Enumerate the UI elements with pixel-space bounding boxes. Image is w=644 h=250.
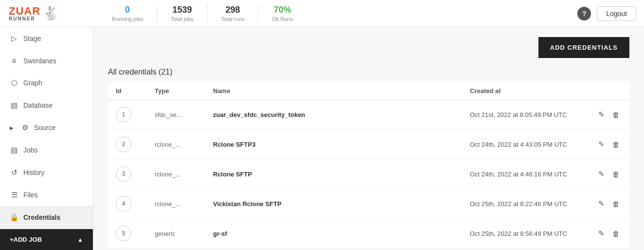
credentials-table-header: Id Type Name Created at	[108, 82, 629, 100]
jobs-icon: ▤	[10, 146, 18, 154]
sidebar-item-graph-label: Graph	[23, 79, 42, 87]
id-badge-4: 4	[116, 196, 131, 212]
cell-id-1: 1	[108, 100, 147, 130]
help-button[interactable]: ?	[577, 7, 591, 20]
cell-name-2: Rclone SFTP3	[205, 130, 462, 159]
topbar-actions: ? Logout	[577, 6, 644, 21]
id-badge-3: 3	[116, 166, 131, 182]
cell-id-2: 2	[108, 130, 147, 159]
cell-id-5: 5	[108, 219, 147, 249]
delete-button-4[interactable]: 🗑	[610, 199, 622, 209]
stat-total-jobs-label: Total jobs	[171, 16, 193, 22]
cell-type-2: rclone_...	[147, 130, 205, 159]
cell-name-3: Rclone SFTP	[205, 159, 462, 189]
delete-button-3[interactable]: 🗑	[610, 169, 622, 179]
sidebar-item-files[interactable]: ☰ Files	[0, 184, 93, 206]
edit-button-1[interactable]: ✎	[596, 109, 607, 120]
sidebar-item-credentials[interactable]: 🔒 Credentials	[0, 206, 93, 229]
add-credentials-button[interactable]: ADD CREDENTIALS	[538, 37, 629, 58]
credentials-table: Id Type Name Created at 1 sfdc_se... zua…	[108, 82, 629, 248]
credentials-icon: 🔒	[10, 213, 18, 222]
stage-icon: ▷	[10, 34, 18, 43]
cell-type-4: rclone_...	[147, 189, 205, 219]
col-header-id: Id	[108, 82, 147, 100]
cell-actions-3: ✎ 🗑	[589, 159, 629, 189]
topbar: ZUAR RUNNER 🐇 0 Running jobs 1539 Total …	[0, 0, 644, 27]
logo-zuar: ZUAR	[9, 6, 40, 17]
cell-date-4: Oct 25th, 2022 at 8:22:46 PM UTC	[462, 189, 589, 219]
stat-total-jobs: 1539 Total jobs	[157, 5, 207, 22]
table-row: 3 rclone_... Rclone SFTP Oct 24th, 2022 …	[108, 159, 629, 189]
row-actions-2: ✎ 🗑	[596, 139, 622, 150]
stat-ok-runs-value: 70%	[274, 5, 291, 15]
sidebar-item-stage[interactable]: ▷ Stage	[0, 27, 93, 50]
sidebar-item-source[interactable]: ▶ ⚙ Source	[0, 116, 93, 139]
table-row: 4 rclone_... Vickistan Rclone SFTP Oct 2…	[108, 189, 629, 219]
logo: ZUAR RUNNER 🐇	[0, 5, 93, 21]
content-header: ADD CREDENTIALS	[108, 37, 629, 58]
delete-button-2[interactable]: 🗑	[610, 139, 622, 150]
stat-running-jobs: 0 Running jobs	[98, 5, 157, 22]
cell-date-3: Oct 24th, 2022 at 4:46:16 PM UTC	[462, 159, 589, 189]
source-icon: ⚙	[20, 123, 29, 132]
sidebar-item-swimlanes-label: Swimlanes	[23, 57, 56, 65]
cell-type-5: generic	[147, 219, 205, 249]
add-job-button[interactable]: +ADD JOB ▲	[0, 229, 93, 250]
stat-total-runs-value: 298	[226, 5, 240, 15]
main-content: ADD CREDENTIALS All credentials (21) Id …	[93, 27, 644, 250]
table-row: 2 rclone_... Rclone SFTP3 Oct 24th, 2022…	[108, 130, 629, 159]
cell-id-4: 4	[108, 189, 147, 219]
files-icon: ☰	[10, 191, 18, 199]
stat-total-runs-label: Total runs	[221, 16, 245, 22]
row-actions-5: ✎ 🗑	[596, 228, 622, 239]
edit-button-2[interactable]: ✎	[596, 139, 607, 150]
cell-actions-2: ✎ 🗑	[589, 130, 629, 159]
stat-running-jobs-label: Running jobs	[112, 16, 143, 22]
cell-date-2: Oct 24th, 2022 at 4:43:05 PM UTC	[462, 130, 589, 159]
swimlanes-icon: ≡	[10, 57, 18, 65]
col-header-name: Name	[205, 82, 462, 100]
row-actions-3: ✎ 🗑	[596, 169, 622, 179]
edit-button-4[interactable]: ✎	[596, 198, 607, 209]
logo-runner: RUNNER	[9, 17, 40, 21]
cell-actions-1: ✎ 🗑	[589, 100, 629, 130]
col-header-type: Type	[147, 82, 205, 100]
stat-ok-runs: 70% Ok Runs	[258, 5, 306, 22]
sidebar-item-jobs[interactable]: ▤ Jobs	[0, 139, 93, 161]
sidebar: ▷ Stage ≡ Swimlanes ⬡ Graph ▤ Database ▶…	[0, 27, 93, 250]
edit-button-5[interactable]: ✎	[596, 228, 607, 239]
logout-button[interactable]: Logout	[597, 6, 636, 21]
id-badge-1: 1	[116, 107, 131, 122]
cell-id-3: 3	[108, 159, 147, 189]
stats-bar: 0 Running jobs 1539 Total jobs 298 Total…	[93, 5, 577, 22]
add-job-label: +ADD JOB	[10, 236, 42, 243]
database-icon: ▤	[10, 101, 18, 110]
sidebar-item-database[interactable]: ▤ Database	[0, 94, 93, 116]
row-actions-4: ✎ 🗑	[596, 198, 622, 209]
sidebar-item-database-label: Database	[23, 101, 53, 109]
col-header-created: Created at	[462, 82, 589, 100]
sidebar-item-history[interactable]: ↺ History	[0, 161, 93, 184]
sidebar-item-swimlanes[interactable]: ≡ Swimlanes	[0, 50, 93, 72]
delete-button-1[interactable]: 🗑	[610, 110, 622, 120]
cell-name-1: zuar_dev_sfdc_security_token	[205, 100, 462, 130]
sidebar-nav: ▷ Stage ≡ Swimlanes ⬡ Graph ▤ Database ▶…	[0, 27, 93, 229]
stat-ok-runs-label: Ok Runs	[272, 16, 293, 22]
stat-total-runs: 298 Total runs	[208, 5, 259, 22]
credentials-table-body: 1 sfdc_se... zuar_dev_sfdc_security_toke…	[108, 100, 629, 249]
cell-type-1: sfdc_se...	[147, 100, 205, 130]
delete-button-5[interactable]: 🗑	[610, 229, 622, 239]
sidebar-item-source-label: Source	[34, 124, 55, 132]
id-badge-2: 2	[116, 136, 131, 152]
add-job-chevron-icon: ▲	[77, 236, 83, 243]
sidebar-item-history-label: History	[23, 169, 45, 176]
cell-date-5: Oct 25th, 2022 at 8:56:49 PM UTC	[462, 219, 589, 249]
cell-name-5: gr-sf	[205, 219, 462, 249]
sidebar-item-files-label: Files	[23, 191, 38, 199]
sidebar-item-graph[interactable]: ⬡ Graph	[0, 72, 93, 94]
cell-actions-5: ✎ 🗑	[589, 219, 629, 249]
edit-button-3[interactable]: ✎	[596, 169, 607, 179]
sidebar-item-credentials-label: Credentials	[23, 213, 60, 221]
stat-total-jobs-value: 1539	[172, 5, 192, 15]
credentials-title: All credentials (21)	[108, 68, 629, 77]
